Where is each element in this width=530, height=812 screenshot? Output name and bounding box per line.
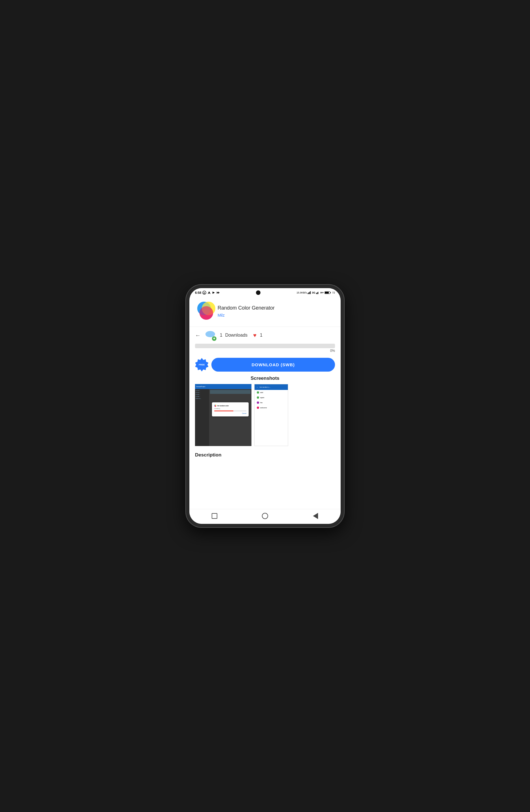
app-info: Random Color Generator Milz bbox=[218, 305, 335, 318]
svg-marker-5 bbox=[218, 291, 220, 294]
screenshots-title: Screenshots bbox=[195, 376, 335, 381]
signal2-icon bbox=[316, 291, 319, 294]
progress-label: 0% bbox=[195, 349, 335, 353]
svg-rect-8 bbox=[309, 292, 310, 294]
recent-apps-button[interactable] bbox=[211, 512, 219, 520]
mock-dialog: list random color Installing... Cancel bbox=[212, 402, 249, 417]
svg-rect-7 bbox=[308, 292, 309, 294]
heart-count: 1 bbox=[260, 333, 263, 338]
play-icon bbox=[212, 291, 215, 294]
network-type2: H+ bbox=[320, 291, 324, 294]
svg-rect-11 bbox=[317, 292, 318, 294]
navigation-icon bbox=[207, 291, 211, 294]
back-nav-button[interactable] bbox=[311, 512, 319, 520]
free-badge-label: FREE bbox=[199, 363, 205, 366]
status-right: 15.9KB/s 3G H+ 72 bbox=[297, 291, 335, 294]
network-type: 3G bbox=[312, 291, 315, 294]
svg-rect-6 bbox=[308, 293, 308, 294]
camera-notch bbox=[256, 290, 261, 295]
app-header: Random Color Generator Milz bbox=[190, 296, 340, 327]
app-author: Milz bbox=[218, 313, 335, 318]
back-icon bbox=[313, 513, 318, 519]
screenshots-section: Screenshots SampleProject LinearV... bbox=[190, 376, 340, 449]
app-title: Random Color Generator bbox=[218, 305, 335, 311]
svg-point-24 bbox=[210, 333, 215, 337]
battery-icon bbox=[324, 291, 331, 294]
download-section: FREE DOWNLOAD (SWB) bbox=[190, 356, 340, 376]
stats-row: ← 1 Downloads ♥ 1 bbox=[190, 327, 340, 344]
download-button[interactable]: DOWNLOAD (SWB) bbox=[211, 358, 335, 372]
back-button[interactable]: ← bbox=[195, 332, 201, 338]
home-icon bbox=[262, 513, 268, 519]
bottom-nav bbox=[190, 509, 340, 524]
svg-rect-26 bbox=[214, 337, 214, 338]
svg-rect-15 bbox=[325, 292, 329, 293]
svg-marker-3 bbox=[212, 291, 215, 294]
svg-point-23 bbox=[206, 333, 210, 337]
download-arrow-icon bbox=[212, 336, 217, 341]
description-title: Description bbox=[195, 452, 335, 458]
svg-rect-14 bbox=[330, 292, 331, 293]
progress-section: 0% bbox=[190, 344, 340, 356]
progress-bar bbox=[195, 344, 335, 348]
phone-screen: 6:58 B 15.9KB/s 3G H+ 72 bbox=[190, 288, 340, 524]
status-time: 6:58 bbox=[195, 291, 201, 294]
recent-apps-icon bbox=[212, 513, 217, 519]
status-left: 6:58 B bbox=[195, 291, 220, 295]
screenshot-left: SampleProject LinearV... LinearV... Scro… bbox=[195, 384, 251, 446]
svg-marker-2 bbox=[208, 291, 211, 294]
svg-marker-4 bbox=[217, 291, 218, 294]
svg-rect-9 bbox=[310, 291, 311, 294]
downloads-label: Downloads bbox=[225, 333, 248, 338]
free-badge: FREE bbox=[195, 358, 209, 372]
forward-icon bbox=[217, 291, 220, 294]
description-section: Description bbox=[190, 449, 340, 460]
download-cloud-icon bbox=[205, 330, 217, 340]
svg-point-21 bbox=[199, 306, 213, 320]
speed-indicator: 15.9KB/s bbox=[297, 291, 307, 294]
bitcoin-icon: B bbox=[203, 291, 206, 295]
svg-rect-10 bbox=[316, 293, 317, 294]
svg-rect-12 bbox=[318, 292, 318, 294]
battery-level: 72 bbox=[332, 291, 335, 294]
signal-icon bbox=[308, 291, 311, 294]
phone-frame: 6:58 B 15.9KB/s 3G H+ 72 bbox=[186, 285, 344, 527]
download-count: 1 bbox=[220, 333, 222, 338]
home-button[interactable] bbox=[261, 512, 269, 520]
screenshot-right: ← list random c... add again bbox=[254, 384, 288, 446]
app-icon bbox=[195, 300, 218, 322]
status-bar: 6:58 B 15.9KB/s 3G H+ 72 bbox=[190, 288, 340, 296]
svg-text:B: B bbox=[204, 292, 205, 294]
screenshots-scroll: SampleProject LinearV... LinearV... Scro… bbox=[195, 384, 335, 446]
heart-icon: ♥ bbox=[253, 332, 256, 338]
